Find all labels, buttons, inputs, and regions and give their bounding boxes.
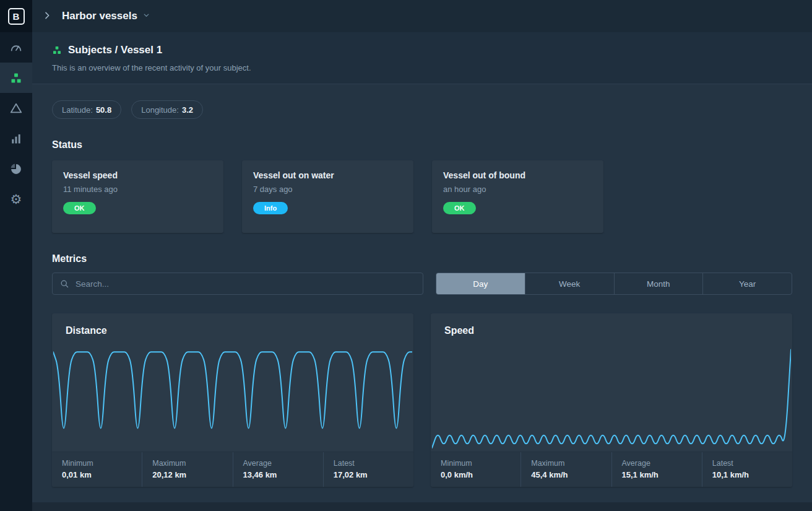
top-bar: Harbor vessels bbox=[32, 0, 812, 32]
metric-card-distance: Distance Minimum 0,01 km Maximum 20,12 k… bbox=[52, 313, 413, 487]
stat-minimum: Minimum 0,0 km/h bbox=[431, 452, 520, 487]
distance-chart bbox=[52, 339, 413, 452]
subjects-icon bbox=[52, 45, 62, 55]
page-title: Subjects / Vessel 1 bbox=[68, 44, 162, 56]
sidebar-item-dashboard[interactable] bbox=[0, 32, 32, 63]
tab-week[interactable]: Week bbox=[525, 273, 614, 294]
status-cards: Vessel speed 11 minutes ago OK Vessel ou… bbox=[52, 160, 792, 233]
tab-month[interactable]: Month bbox=[614, 273, 703, 294]
alert-triangle-icon bbox=[9, 102, 23, 115]
latitude-value: 50.8 bbox=[96, 105, 111, 115]
sidebar-item-insights[interactable] bbox=[0, 154, 32, 184]
main-area: Harbor vessels Subjects / Vessel 1 bbox=[32, 0, 812, 511]
project-title: Harbor vessels bbox=[62, 10, 137, 22]
speed-chart bbox=[431, 339, 792, 452]
bar-chart-icon bbox=[10, 133, 22, 145]
metric-stats: Minimum 0,01 km Maximum 20,12 km Average… bbox=[52, 452, 413, 487]
metric-title: Speed bbox=[431, 313, 792, 339]
line-chart bbox=[432, 344, 791, 452]
line-chart bbox=[53, 344, 412, 452]
status-card-vessel-out-on-water: Vessel out on water 7 days ago Info bbox=[242, 160, 413, 233]
time-range-tabs: Day Week Month Year bbox=[436, 273, 792, 295]
sidebar-item-alerts[interactable] bbox=[0, 93, 32, 123]
status-card-time: 7 days ago bbox=[253, 185, 402, 194]
longitude-pill: Longitude: 3.2 bbox=[131, 100, 203, 119]
app-logo[interactable]: B bbox=[0, 0, 32, 32]
stat-maximum: Maximum 45,4 km/h bbox=[520, 452, 611, 487]
stat-minimum: Minimum 0,01 km bbox=[52, 452, 142, 487]
metric-stats: Minimum 0,0 km/h Maximum 45,4 km/h Avera… bbox=[431, 452, 792, 487]
sidebar-expand-button[interactable] bbox=[32, 0, 62, 32]
subject-description: This is an overview of the recent activi… bbox=[52, 63, 792, 72]
longitude-label: Longitude: bbox=[141, 105, 179, 115]
chevron-down-icon bbox=[142, 11, 150, 22]
logo-letter: B bbox=[8, 8, 25, 25]
gear-icon: ⚙ bbox=[11, 193, 22, 206]
latitude-label: Latitude: bbox=[62, 105, 93, 115]
longitude-value: 3.2 bbox=[182, 105, 193, 115]
status-badge: OK bbox=[443, 202, 476, 214]
content: Latitude: 50.8 Longitude: 3.2 Status Ves… bbox=[32, 84, 812, 511]
sidebar: B bbox=[0, 0, 32, 511]
stat-average: Average 13,46 km bbox=[233, 452, 323, 487]
sidebar-item-settings[interactable]: ⚙ bbox=[0, 184, 32, 214]
location-pills: Latitude: 50.8 Longitude: 3.2 bbox=[52, 100, 792, 119]
metric-card-speed: Speed Minimum 0,0 km/h Maximum 45,4 km/h bbox=[431, 313, 792, 487]
status-badge: OK bbox=[63, 202, 96, 214]
subjects-icon bbox=[10, 72, 22, 84]
status-badge: Info bbox=[253, 202, 288, 214]
sidebar-item-subjects[interactable] bbox=[0, 63, 32, 93]
status-card-title: Vessel out on water bbox=[253, 170, 402, 180]
app-root: B bbox=[0, 0, 812, 511]
tab-day[interactable]: Day bbox=[436, 273, 525, 294]
search-input[interactable] bbox=[76, 279, 415, 289]
metric-cards: Distance Minimum 0,01 km Maximum 20,12 k… bbox=[52, 313, 792, 487]
bottom-bar bbox=[32, 502, 812, 511]
stat-average: Average 15,1 km/h bbox=[611, 452, 702, 487]
subject-header: Subjects / Vessel 1 This is an overview … bbox=[32, 32, 812, 84]
search-box bbox=[52, 273, 423, 295]
latitude-pill: Latitude: 50.8 bbox=[52, 100, 121, 119]
metric-title: Distance bbox=[52, 313, 413, 339]
status-card-title: Vessel speed bbox=[63, 170, 212, 180]
project-selector[interactable]: Harbor vessels bbox=[62, 10, 150, 22]
status-card-vessel-speed: Vessel speed 11 minutes ago OK bbox=[52, 160, 223, 233]
stat-maximum: Maximum 20,12 km bbox=[142, 452, 232, 487]
tab-year[interactable]: Year bbox=[702, 273, 792, 294]
sidebar-item-analytics[interactable] bbox=[0, 123, 32, 154]
status-card-time: an hour ago bbox=[443, 185, 592, 194]
metrics-heading: Metrics bbox=[52, 253, 792, 264]
metrics-controls: Day Week Month Year bbox=[52, 273, 792, 295]
chevron-right-icon bbox=[42, 11, 52, 22]
pie-chart-icon bbox=[10, 163, 22, 175]
search-icon bbox=[60, 279, 69, 289]
status-heading: Status bbox=[52, 139, 792, 151]
gauge-icon bbox=[9, 41, 23, 55]
stat-latest: Latest 10,1 km/h bbox=[702, 452, 792, 487]
status-card-time: 11 minutes ago bbox=[63, 185, 212, 194]
breadcrumb: Subjects / Vessel 1 bbox=[52, 44, 792, 56]
stat-latest: Latest 17,02 km bbox=[323, 452, 413, 487]
status-card-vessel-out-of-bound: Vessel out of bound an hour ago OK bbox=[432, 160, 603, 233]
status-card-title: Vessel out of bound bbox=[443, 170, 592, 180]
